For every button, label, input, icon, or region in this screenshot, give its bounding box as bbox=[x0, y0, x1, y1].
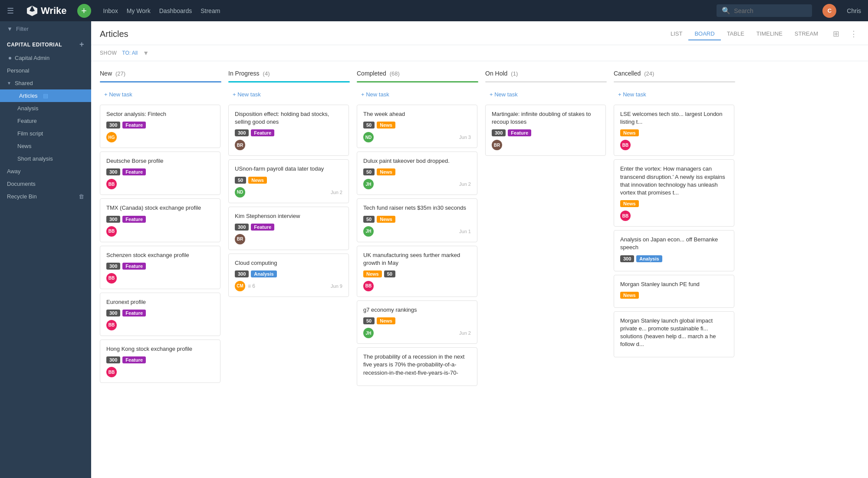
task-card[interactable]: Disposition effect: holding bad stocks, … bbox=[228, 105, 349, 156]
new-task-button[interactable]: + New task bbox=[614, 88, 735, 101]
task-card[interactable]: Euronext profile300FeatureBB bbox=[100, 293, 220, 336]
sidebar-item-recycle-bin[interactable]: Recycle Bin 🗑 bbox=[0, 190, 91, 203]
task-card[interactable]: g7 economy rankings50NewsJHJun 2 bbox=[357, 300, 477, 344]
search-bar[interactable]: 🔍 bbox=[717, 4, 812, 17]
new-task-button[interactable]: + New task bbox=[100, 88, 221, 101]
new-task-button[interactable]: + New task bbox=[228, 88, 350, 101]
sidebar-item-news[interactable]: News bbox=[0, 140, 91, 152]
task-card[interactable]: Deutsche Borse profile300FeatureBB bbox=[100, 152, 220, 195]
card-title: Tech fund raiser nets $35m in30 seconds bbox=[363, 204, 471, 212]
task-card[interactable]: UK manufacturing sees further marked gro… bbox=[357, 246, 477, 297]
sidebar-item-feature[interactable]: Feature bbox=[0, 115, 91, 127]
new-task-button[interactable]: + New task bbox=[485, 88, 607, 101]
card-tags: 300Feature bbox=[106, 263, 214, 270]
card-avatar: BB bbox=[106, 179, 117, 189]
tab-list[interactable]: LIST bbox=[664, 28, 688, 40]
card-tags: 300Feature bbox=[106, 168, 214, 175]
column-line bbox=[100, 81, 221, 82]
sidebar-item-shared[interactable]: ▼ Shared bbox=[0, 77, 91, 89]
filter-button[interactable]: ▼ Filter bbox=[0, 21, 91, 36]
card-title: Disposition effect: holding bad stocks, … bbox=[235, 110, 342, 126]
sidebar-item-label: Feature bbox=[17, 118, 37, 124]
task-card[interactable]: Dulux paint takeover bod dropped.50NewsJ… bbox=[357, 152, 477, 195]
column-count: (4) bbox=[263, 70, 270, 77]
card-tags: 300Feature bbox=[106, 216, 214, 223]
card-tag: News bbox=[377, 122, 395, 129]
menu-icon[interactable]: ☰ bbox=[7, 6, 14, 16]
sidebar-item-personal[interactable]: Personal bbox=[0, 64, 91, 77]
card-footer: JHJun 1 bbox=[363, 226, 471, 237]
card-tag: News bbox=[620, 292, 639, 299]
card-tag: 300 bbox=[235, 270, 249, 277]
task-card[interactable]: Sector analysis: Fintech300FeatureHG bbox=[100, 105, 220, 148]
card-tags: 300Feature bbox=[492, 129, 599, 136]
header-actions: LIST BOARD TABLE TIMELINE STREAM ⊞ ⋮ bbox=[664, 27, 859, 40]
column-title: New bbox=[100, 70, 112, 77]
card-tag: Analysis bbox=[636, 255, 662, 262]
more-options-icon[interactable]: ⋮ bbox=[848, 27, 859, 40]
task-card[interactable]: Hong Kong stock exchange profile300Featu… bbox=[100, 340, 220, 383]
main-area: ▼ Filter CAPITAL EDITORIAL + Capital Adm… bbox=[0, 21, 868, 478]
sidebar-section-add-button[interactable]: + bbox=[79, 40, 84, 49]
task-card[interactable]: Schenzen stock exchange profile300Featur… bbox=[100, 246, 220, 289]
card-meta: BB bbox=[106, 226, 117, 237]
page-title: Articles bbox=[100, 29, 128, 39]
sidebar-item-capital-admin[interactable]: Capital Admin bbox=[0, 52, 91, 64]
card-tag: Feature bbox=[122, 216, 146, 223]
task-card[interactable]: Martingale: infinite doubling of stakes … bbox=[485, 105, 606, 156]
filter-to-all[interactable]: TO: All bbox=[122, 50, 138, 56]
new-task-button[interactable]: + New task bbox=[357, 88, 478, 101]
card-tag: Feature bbox=[508, 129, 531, 136]
tab-timeline[interactable]: TIMELINE bbox=[750, 28, 789, 40]
sidebar-item-label: Film script bbox=[17, 130, 43, 137]
card-title: UK manufacturing sees further marked gro… bbox=[363, 251, 471, 267]
card-tags: 300Feature bbox=[235, 129, 342, 136]
tab-table[interactable]: TABLE bbox=[721, 28, 750, 40]
sidebar-item-film-script[interactable]: Film script bbox=[0, 127, 91, 140]
card-meta: BB bbox=[620, 211, 631, 221]
inbox-link[interactable]: Inbox bbox=[103, 7, 118, 14]
sidebar-item-documents[interactable]: Documents bbox=[0, 178, 91, 190]
task-card[interactable]: Cloud computing300AnalysisCM≡ 6Jun 9 bbox=[228, 254, 349, 297]
task-card[interactable]: The probability of a recession in the ne… bbox=[357, 347, 477, 386]
sidebar-item-away[interactable]: Away bbox=[0, 165, 91, 178]
search-input[interactable] bbox=[734, 7, 807, 14]
column-header-onhold: On Hold (1) bbox=[485, 70, 607, 77]
sidebar-item-analysis[interactable]: Analysis bbox=[0, 102, 91, 115]
grid-icon[interactable]: ⊞ bbox=[831, 27, 841, 40]
task-card[interactable]: Morgan Stanley launch global impact priv… bbox=[614, 311, 734, 358]
user-avatar[interactable]: C bbox=[822, 4, 836, 18]
task-card[interactable]: Morgan Stanley launch PE fundNews bbox=[614, 275, 734, 308]
username-label[interactable]: Chris bbox=[847, 7, 861, 14]
add-button[interactable]: + bbox=[77, 4, 91, 18]
card-tag: Feature bbox=[122, 122, 146, 129]
task-card[interactable]: The week ahead50NewsNDJun 3 bbox=[357, 105, 477, 148]
card-meta: JH bbox=[363, 179, 374, 189]
card-footer: BB bbox=[106, 226, 214, 237]
card-tag: 300 bbox=[235, 129, 249, 136]
task-card[interactable]: Analysis on Japan econ... off Bernanke s… bbox=[614, 230, 734, 271]
stream-link[interactable]: Stream bbox=[201, 7, 220, 14]
card-avatar: CM bbox=[235, 281, 245, 291]
dashboards-link[interactable]: Dashboards bbox=[159, 7, 192, 14]
task-card[interactable]: Kim Stephenson interview300FeatureBR bbox=[228, 207, 349, 250]
task-card[interactable]: Enter the vortex: How managers can trans… bbox=[614, 159, 734, 227]
task-card[interactable]: USnon-farm payroll data later today50New… bbox=[228, 159, 349, 203]
sidebar-item-short-analysis[interactable]: Short analysis bbox=[0, 152, 91, 165]
card-title: The probability of a recession in the ne… bbox=[363, 353, 471, 377]
task-card[interactable]: LSE welcomes tech sto... largest London … bbox=[614, 105, 734, 156]
filter-funnel-icon[interactable]: ▼ bbox=[143, 49, 149, 56]
card-tag: 300 bbox=[620, 255, 634, 262]
card-date: Jun 3 bbox=[459, 135, 471, 140]
sidebar-item-articles[interactable]: Articles ▤ bbox=[0, 89, 91, 102]
task-card[interactable]: TMX (Canada) stock exchange profile300Fe… bbox=[100, 198, 220, 242]
task-card[interactable]: Tech fund raiser nets $35m in30 seconds5… bbox=[357, 198, 477, 242]
mywork-link[interactable]: My Work bbox=[127, 7, 151, 14]
card-meta: BR bbox=[492, 140, 502, 150]
card-tag: 300 bbox=[106, 122, 120, 129]
card-meta: BR bbox=[235, 140, 245, 150]
card-title: TMX (Canada) stock exchange profile bbox=[106, 204, 214, 212]
tab-stream[interactable]: STREAM bbox=[789, 28, 824, 40]
tab-board[interactable]: BOARD bbox=[688, 28, 720, 40]
card-meta: JH bbox=[363, 226, 374, 237]
